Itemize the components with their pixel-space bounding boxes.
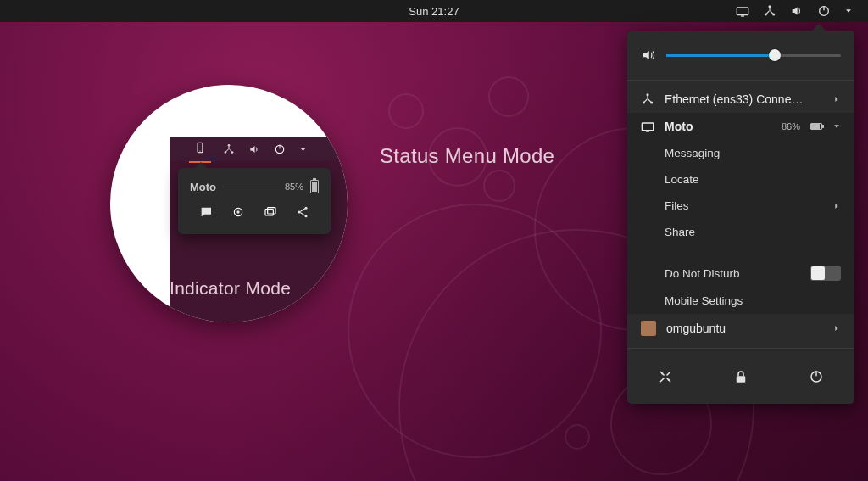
indicator-messaging-button[interactable] bbox=[199, 205, 213, 222]
wallpaper-circle bbox=[483, 170, 515, 202]
separator bbox=[223, 187, 278, 187]
svg-point-28 bbox=[298, 210, 300, 213]
device-group: Moto 86% Messaging Locate Files Share Do… bbox=[627, 113, 854, 314]
caption-status-menu-mode: Status Menu Mode bbox=[380, 144, 554, 168]
battery-icon bbox=[310, 180, 319, 193]
device-locate[interactable]: Locate bbox=[627, 166, 854, 193]
svg-point-2 bbox=[768, 5, 771, 8]
device-name: Moto bbox=[665, 120, 771, 133]
lock-button[interactable] bbox=[733, 369, 748, 387]
power-icon bbox=[274, 143, 286, 155]
svg-rect-16 bbox=[816, 371, 818, 376]
indicator-popup: Moto 85% bbox=[178, 168, 331, 234]
svg-point-29 bbox=[304, 207, 307, 210]
separator bbox=[627, 348, 854, 349]
svg-rect-10 bbox=[642, 123, 653, 131]
device-dnd[interactable]: Do Not Disturb bbox=[627, 259, 854, 288]
network-icon bbox=[223, 143, 235, 155]
ethernet-label: Ethernet (ens33) Conne… bbox=[665, 92, 822, 106]
indicator-share-button[interactable] bbox=[296, 205, 309, 222]
svg-rect-0 bbox=[737, 8, 748, 15]
messaging-icon bbox=[199, 205, 213, 219]
chevron-right-icon bbox=[832, 202, 841, 210]
volume-icon bbox=[248, 143, 260, 155]
svg-point-18 bbox=[199, 151, 200, 152]
network-icon bbox=[763, 4, 776, 18]
volume-row bbox=[627, 39, 854, 75]
device-files[interactable]: Files bbox=[627, 193, 854, 219]
device-mobile-settings[interactable]: Mobile Settings bbox=[627, 288, 854, 314]
top-bar: Sun 21:27 bbox=[0, 0, 868, 22]
chevron-right-icon bbox=[832, 95, 841, 103]
chevron-down-icon bbox=[299, 146, 307, 154]
volume-fill bbox=[666, 54, 775, 57]
indicator-device-name: Moto bbox=[190, 181, 216, 193]
battery-icon bbox=[810, 123, 822, 130]
svg-point-19 bbox=[228, 144, 231, 147]
chevron-right-icon bbox=[832, 324, 841, 333]
device-messaging[interactable]: Messaging bbox=[627, 140, 854, 166]
svg-point-30 bbox=[304, 215, 307, 217]
wallpaper-circle bbox=[488, 76, 529, 117]
network-icon bbox=[641, 92, 654, 106]
power-icon bbox=[817, 4, 831, 18]
volume-knob[interactable] bbox=[769, 49, 781, 61]
svg-rect-27 bbox=[268, 208, 275, 214]
device-row[interactable]: Moto 86% bbox=[627, 113, 854, 140]
indicator-phone-button[interactable] bbox=[191, 137, 209, 162]
svg-rect-11 bbox=[646, 131, 649, 131]
settings-icon bbox=[658, 369, 673, 384]
status-menu: Ethernet (ens33) Conne… Moto 86% Messagi… bbox=[627, 31, 854, 404]
user-row[interactable]: omgubuntu bbox=[627, 314, 854, 343]
device-share[interactable]: Share bbox=[627, 219, 854, 245]
volume-icon bbox=[641, 48, 656, 63]
indicator-files-button[interactable] bbox=[264, 205, 277, 222]
svg-point-12 bbox=[661, 372, 663, 374]
system-tray[interactable] bbox=[736, 4, 868, 18]
svg-rect-6 bbox=[823, 6, 824, 10]
ethernet-row[interactable]: Ethernet (ens33) Conne… bbox=[627, 86, 854, 113]
device-icon bbox=[641, 120, 654, 133]
device-battery-pct: 86% bbox=[782, 121, 800, 131]
volume-icon bbox=[790, 4, 804, 18]
wallpaper-circle bbox=[565, 424, 590, 450]
user-name: omgubuntu bbox=[666, 322, 822, 335]
clock[interactable]: Sun 21:27 bbox=[409, 5, 459, 18]
avatar bbox=[641, 321, 656, 336]
separator bbox=[627, 80, 854, 81]
indicator-locate-button[interactable] bbox=[231, 205, 245, 222]
chevron-down-icon bbox=[832, 122, 841, 131]
indicator-battery-pct: 85% bbox=[285, 182, 303, 192]
files-icon bbox=[264, 205, 277, 219]
power-icon bbox=[809, 369, 824, 384]
locate-icon bbox=[231, 205, 245, 219]
volume-slider[interactable] bbox=[666, 54, 841, 57]
lock-icon bbox=[733, 369, 748, 384]
svg-rect-26 bbox=[265, 210, 273, 215]
indicator-panel bbox=[170, 137, 348, 161]
chevron-down-icon bbox=[844, 7, 853, 15]
device-icon bbox=[736, 4, 749, 18]
svg-rect-14 bbox=[737, 376, 746, 383]
footer-actions bbox=[627, 354, 854, 404]
settings-button[interactable] bbox=[658, 369, 673, 387]
svg-rect-1 bbox=[741, 15, 744, 16]
caption-indicator-mode: Indicator Mode bbox=[170, 278, 291, 299]
share-icon bbox=[296, 205, 309, 219]
svg-point-13 bbox=[667, 379, 669, 381]
dnd-toggle[interactable] bbox=[810, 266, 841, 281]
phone-icon bbox=[194, 142, 206, 154]
svg-rect-23 bbox=[279, 145, 280, 149]
wallpaper-circle bbox=[388, 93, 424, 129]
power-button[interactable] bbox=[809, 369, 824, 387]
svg-point-25 bbox=[236, 210, 239, 213]
wallpaper-circle bbox=[348, 204, 602, 458]
svg-point-7 bbox=[646, 93, 648, 96]
